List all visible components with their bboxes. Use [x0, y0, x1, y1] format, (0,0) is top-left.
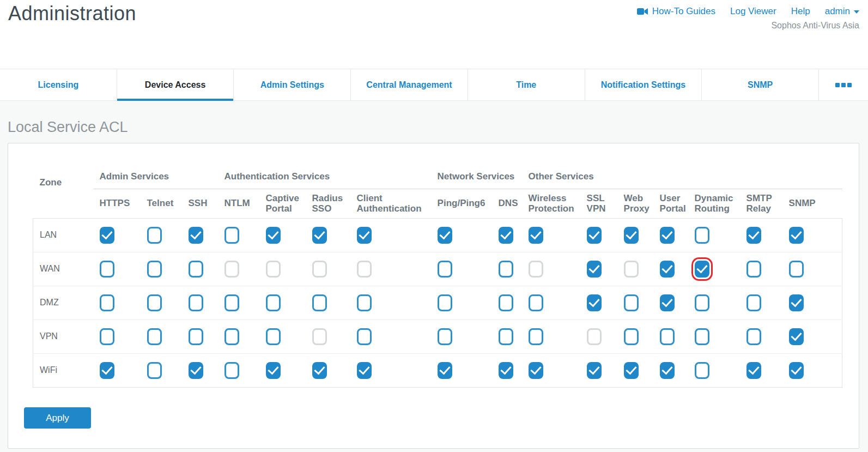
unchecked-checkbox-dmz-wireless-protection[interactable] — [529, 294, 543, 311]
checked-checkbox-dmz-user-portal[interactable] — [660, 294, 675, 311]
unchecked-checkbox-wan-smtp-relay[interactable] — [746, 261, 761, 278]
checked-checkbox-lan-client-authentication[interactable] — [357, 227, 372, 244]
checked-checkbox-wifi-captive-portal[interactable] — [266, 362, 281, 379]
unchecked-checkbox-vpn-captive-portal[interactable] — [266, 328, 281, 345]
checked-checkbox-wifi-web-proxy[interactable] — [624, 362, 639, 379]
acl-cell — [688, 218, 740, 252]
unchecked-checkbox-wifi-dynamic-routing[interactable] — [695, 362, 709, 379]
unchecked-checkbox-vpn-dns[interactable] — [499, 328, 513, 345]
unchecked-checkbox-dmz-captive-portal[interactable] — [266, 294, 281, 311]
tab-notification-settings[interactable]: Notification Settings — [585, 69, 702, 100]
checked-checkbox-wifi-client-authentication[interactable] — [357, 362, 372, 379]
unchecked-checkbox-lan-telnet[interactable] — [147, 227, 162, 244]
unchecked-checkbox-lan-ntlm[interactable] — [224, 227, 239, 244]
apply-button[interactable]: Apply — [24, 407, 91, 429]
admin-menu[interactable]: admin — [825, 6, 859, 17]
unchecked-checkbox-wan-dns[interactable] — [499, 261, 513, 278]
acl-cell — [653, 320, 688, 353]
checked-checkbox-wan-user-portal[interactable] — [660, 261, 675, 278]
column-header-radius-sso: Radius SSO — [306, 189, 350, 218]
more-tabs-button[interactable] — [819, 69, 868, 100]
acl-cell — [306, 286, 350, 320]
checked-checkbox-wifi-snmp[interactable] — [789, 362, 804, 379]
unchecked-checkbox-dmz-dynamic-routing[interactable] — [695, 294, 709, 311]
unchecked-checkbox-wan-snmp[interactable] — [789, 261, 804, 278]
group-header-network-services: Network Services — [431, 147, 522, 189]
unchecked-checkbox-vpn-client-authentication[interactable] — [357, 328, 372, 345]
unchecked-checkbox-dmz-ping-ping6[interactable] — [438, 294, 452, 311]
checked-checkbox-lan-captive-portal[interactable] — [266, 227, 281, 244]
tab-time[interactable]: Time — [468, 69, 585, 100]
unchecked-checkbox-wan-telnet[interactable] — [147, 261, 162, 278]
checked-checkbox-wifi-radius-sso[interactable] — [312, 362, 327, 379]
unchecked-checkbox-wan-ping-ping6[interactable] — [438, 261, 452, 278]
unchecked-checkbox-vpn-wireless-protection[interactable] — [529, 328, 543, 345]
checked-checkbox-wifi-wireless-protection[interactable] — [529, 362, 543, 379]
checked-checkbox-wifi-user-portal[interactable] — [660, 362, 675, 379]
tab-snmp[interactable]: SNMP — [702, 69, 819, 100]
acl-cell — [306, 218, 350, 252]
checked-checkbox-lan-dns[interactable] — [499, 227, 513, 244]
unchecked-checkbox-lan-dynamic-routing[interactable] — [695, 227, 709, 244]
tab-licensing[interactable]: Licensing — [0, 69, 117, 100]
unchecked-checkbox-dmz-ssh[interactable] — [189, 294, 203, 311]
checked-checkbox-wifi-dns[interactable] — [499, 362, 513, 379]
unchecked-checkbox-vpn-telnet[interactable] — [147, 328, 162, 345]
tab-admin-settings[interactable]: Admin Settings — [234, 69, 351, 100]
checked-checkbox-dmz-snmp[interactable] — [789, 294, 804, 311]
checked-checkbox-lan-snmp[interactable] — [789, 227, 804, 244]
unchecked-checkbox-wifi-telnet[interactable] — [147, 362, 162, 379]
column-header-ping-ping6: Ping/Ping6 — [431, 189, 492, 218]
acl-cell — [782, 353, 842, 387]
checked-checkbox-lan-ping-ping6[interactable] — [438, 227, 452, 244]
checked-checkbox-lan-web-proxy[interactable] — [624, 227, 639, 244]
acl-cell — [580, 286, 617, 320]
unchecked-checkbox-wan-https[interactable] — [100, 261, 114, 278]
acl-cell — [259, 286, 306, 320]
unchecked-checkbox-vpn-smtp-relay[interactable] — [746, 328, 761, 345]
how-to-guides-link[interactable]: How-To Guides — [637, 6, 715, 17]
tab-central-management[interactable]: Central Management — [351, 69, 468, 100]
unchecked-checkbox-vpn-web-proxy[interactable] — [624, 328, 639, 345]
unchecked-checkbox-wifi-ntlm[interactable] — [224, 362, 239, 379]
unchecked-checkbox-vpn-dynamic-routing[interactable] — [695, 328, 709, 345]
acl-table: ZoneAdmin ServicesAuthentication Service… — [33, 147, 842, 388]
checked-checkbox-wifi-ping-ping6[interactable] — [438, 362, 452, 379]
checked-checkbox-wan-ssl-vpn[interactable] — [587, 261, 602, 278]
unchecked-checkbox-dmz-smtp-relay[interactable] — [746, 294, 761, 311]
unchecked-checkbox-wan-ssh[interactable] — [189, 261, 203, 278]
log-viewer-link[interactable]: Log Viewer — [730, 6, 776, 17]
checked-checkbox-lan-user-portal[interactable] — [660, 227, 675, 244]
help-link[interactable]: Help — [791, 6, 810, 17]
unchecked-checkbox-dmz-dns[interactable] — [499, 294, 513, 311]
acl-row-wifi: WiFi — [33, 353, 842, 387]
checked-checkbox-lan-radius-sso[interactable] — [312, 227, 327, 244]
acl-cell — [93, 286, 141, 320]
checked-checkbox-vpn-snmp[interactable] — [789, 328, 804, 345]
checked-checkbox-lan-ssl-vpn[interactable] — [587, 227, 602, 244]
checked-checkbox-lan-https[interactable] — [100, 227, 114, 244]
checked-checkbox-wifi-smtp-relay[interactable] — [746, 362, 761, 379]
unchecked-checkbox-dmz-ntlm[interactable] — [224, 294, 239, 311]
checked-checkbox-wifi-ssh[interactable] — [189, 362, 203, 379]
disabled-checkbox-vpn-radius-sso — [312, 328, 327, 345]
checked-checkbox-wan-dynamic-routing[interactable] — [695, 261, 709, 278]
unchecked-checkbox-vpn-https[interactable] — [100, 328, 114, 345]
checked-checkbox-lan-smtp-relay[interactable] — [746, 227, 761, 244]
checked-checkbox-lan-wireless-protection[interactable] — [529, 227, 543, 244]
checked-checkbox-wifi-ssl-vpn[interactable] — [587, 362, 602, 379]
unchecked-checkbox-vpn-ping-ping6[interactable] — [438, 328, 452, 345]
unchecked-checkbox-vpn-user-portal[interactable] — [660, 328, 675, 345]
unchecked-checkbox-dmz-radius-sso[interactable] — [312, 294, 327, 311]
checked-checkbox-wifi-https[interactable] — [100, 362, 114, 379]
unchecked-checkbox-dmz-web-proxy[interactable] — [624, 294, 639, 311]
column-header-dynamic-routing: Dynamic Routing — [688, 189, 740, 218]
unchecked-checkbox-vpn-ntlm[interactable] — [224, 328, 239, 345]
tab-device-access[interactable]: Device Access — [117, 69, 234, 100]
unchecked-checkbox-dmz-client-authentication[interactable] — [357, 294, 372, 311]
checked-checkbox-lan-ssh[interactable] — [189, 227, 203, 244]
unchecked-checkbox-vpn-ssh[interactable] — [189, 328, 203, 345]
unchecked-checkbox-dmz-telnet[interactable] — [147, 294, 162, 311]
checked-checkbox-dmz-ssl-vpn[interactable] — [587, 294, 602, 311]
unchecked-checkbox-dmz-https[interactable] — [100, 294, 114, 311]
